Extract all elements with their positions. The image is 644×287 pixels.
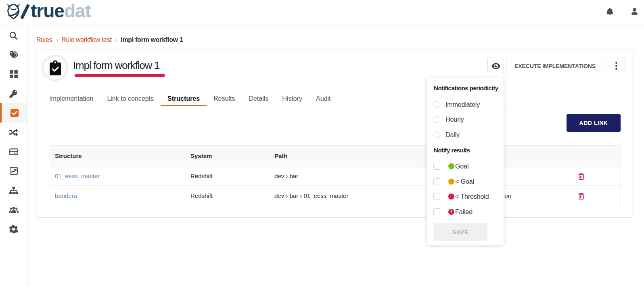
svg-text:true: true: [31, 0, 64, 21]
svg-text:dat: dat: [64, 0, 91, 21]
